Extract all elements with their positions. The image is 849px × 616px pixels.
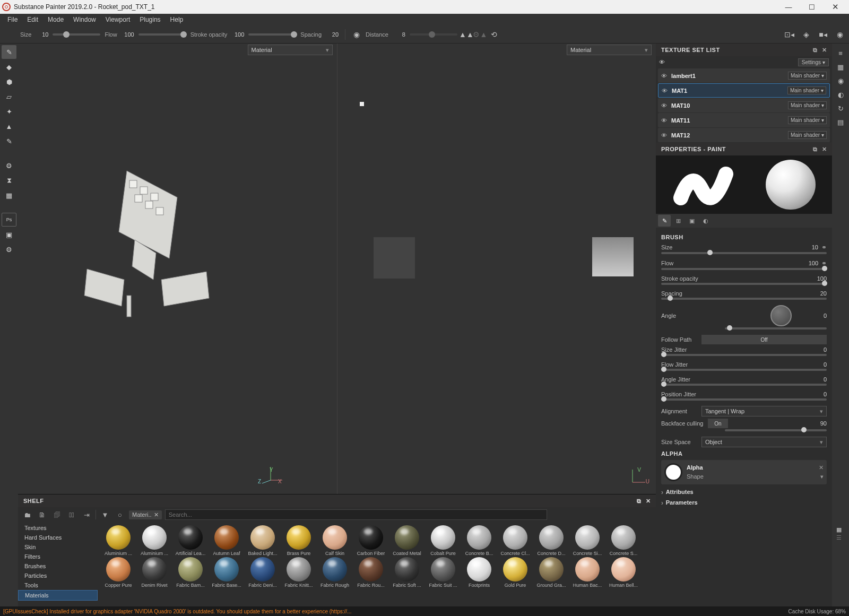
shelf-popout-icon[interactable]: ⧉ — [637, 498, 642, 505]
material-item[interactable]: Human Bell... — [606, 557, 641, 588]
shelf-category[interactable]: Hard Surfaces — [18, 533, 98, 542]
p-flow-value[interactable]: 100 — [796, 260, 818, 266]
material-item[interactable]: Fabric Suit ... — [426, 557, 461, 588]
tb-flow-slider[interactable] — [138, 33, 186, 36]
cube-icon[interactable]: ◈ — [801, 30, 811, 39]
material-item[interactable]: Carbon Fiber — [353, 525, 388, 556]
texture-set-shader-dropdown[interactable]: Main shader▾ — [788, 131, 827, 139]
shelf-hide-icon[interactable]: 👁̸ — [66, 509, 77, 520]
alpha-thumbnail[interactable] — [664, 463, 682, 481]
material-item[interactable]: Denim Rivet — [137, 557, 172, 588]
material-item[interactable]: Fabric Knitt... — [281, 557, 316, 588]
texture-set-row[interactable]: 👁lambert1Main shader▾ — [658, 68, 830, 83]
texture-set-shader-dropdown[interactable]: Main shader▾ — [788, 72, 827, 80]
texture-set-shader-dropdown[interactable]: Main shader▾ — [787, 86, 826, 94]
shelf-category[interactable]: Particles — [18, 571, 98, 580]
menu-window[interactable]: Window — [69, 15, 100, 24]
material-item[interactable]: Gold Pure — [498, 557, 533, 588]
maximize-button[interactable]: ☐ — [800, 0, 824, 14]
ts-close-icon[interactable]: ✕ — [822, 47, 827, 54]
tab-alpha-icon[interactable]: ⊞ — [672, 215, 685, 227]
p-backface-toggle[interactable]: On — [708, 419, 728, 428]
eye-icon[interactable]: 👁 — [661, 117, 667, 124]
ft-history-icon[interactable]: ↻ — [834, 102, 847, 115]
ps-icon[interactable]: Ps — [2, 213, 16, 227]
picker-tool-icon[interactable]: ✎ — [2, 134, 16, 148]
material-item[interactable]: Concrete S... — [606, 525, 641, 556]
material-item[interactable]: Cobalt Pure — [426, 525, 461, 556]
material-item[interactable]: Human Bac... — [570, 557, 605, 588]
texture-set-row[interactable]: 👁MAT1Main shader▾ — [658, 83, 830, 98]
ft-log-icon[interactable]: ▤ — [834, 116, 847, 128]
shelf-copy-icon[interactable]: 🗐 — [51, 509, 63, 520]
p-size-slider[interactable] — [661, 252, 827, 254]
p-angle-slider[interactable] — [725, 327, 827, 329]
shelf-category[interactable]: Skin — [18, 542, 98, 552]
shelf-category[interactable]: Textures — [18, 523, 98, 533]
material-item[interactable]: Fabric Soft ... — [389, 557, 424, 588]
material-item[interactable]: Copper Pure — [101, 557, 136, 588]
menu-file[interactable]: File — [3, 15, 22, 24]
shelf-new-icon[interactable]: 🗎 — [36, 509, 48, 520]
eye-icon[interactable]: 👁 — [661, 132, 667, 138]
p-flow-slider[interactable] — [661, 268, 827, 270]
texture-set-row[interactable]: 👁MAT11Main shader▾ — [658, 113, 830, 127]
tb-stroke-value[interactable]: 100 — [229, 31, 244, 38]
texture-set-shader-dropdown[interactable]: Main shader▾ — [788, 116, 827, 124]
shelf-category[interactable]: Filters — [18, 552, 98, 561]
menu-plugins[interactable]: Plugins — [135, 15, 164, 24]
material-item[interactable]: Fabric Deni... — [245, 557, 280, 588]
props-popout-icon[interactable]: ⧉ — [813, 146, 818, 153]
shelf-circle-icon[interactable]: ○ — [114, 509, 126, 520]
material-item[interactable]: Fabric Bam... — [173, 557, 208, 588]
material-item[interactable]: Footprints — [462, 557, 497, 588]
alpha-remove-icon[interactable]: ✕ — [819, 464, 824, 471]
tab-stencil-icon[interactable]: ▣ — [686, 215, 698, 227]
p-anglejitter-value[interactable]: 0 — [804, 376, 827, 383]
eye-icon[interactable]: 👁 — [661, 73, 667, 79]
p-backface-value[interactable]: 90 — [804, 420, 827, 427]
p-sizejitter-slider[interactable] — [661, 354, 827, 356]
p-followpath-toggle[interactable]: Off — [701, 335, 827, 344]
p-spacing-value[interactable]: 20 — [804, 290, 827, 297]
tb-size-slider[interactable] — [53, 33, 100, 36]
shelf-import-icon[interactable]: ⇥ — [81, 509, 92, 520]
material-item[interactable]: Autumn Leaf — [209, 525, 244, 556]
camera-icon[interactable]: ■◂ — [818, 30, 828, 39]
material-item[interactable]: Concrete D... — [534, 525, 569, 556]
viewport-2d-channel-dropdown[interactable]: Material — [567, 45, 652, 55]
material-item[interactable]: Concrete Cl... — [498, 525, 533, 556]
tb-stroke-slider[interactable] — [248, 33, 296, 36]
perspective-icon[interactable]: ⊡◂ — [784, 30, 794, 39]
alpha-expand-icon[interactable]: ▾ — [820, 473, 824, 480]
p-flowjitter-value[interactable]: 0 — [804, 361, 827, 368]
material-item[interactable]: Fabric Rough — [317, 557, 352, 588]
lazy-mouse-icon[interactable]: ◉ — [352, 30, 361, 39]
tab-brush-icon[interactable]: ✎ — [658, 215, 671, 227]
p-anglejitter-slider[interactable] — [661, 384, 827, 386]
p-flowjitter-slider[interactable] — [661, 369, 827, 371]
refresh-icon[interactable]: ⟲ — [489, 30, 499, 39]
hourglass-icon[interactable]: ⧗ — [2, 173, 16, 187]
material-item[interactable]: Calf Skin — [317, 525, 352, 556]
tb-flow-value[interactable]: 100 — [119, 31, 134, 38]
ft-shader-icon[interactable]: ◉ — [834, 74, 847, 87]
props-close-icon[interactable]: ✕ — [822, 146, 827, 153]
texture-set-row[interactable]: 👁MAT10Main shader▾ — [658, 98, 830, 112]
smudge-tool-icon[interactable]: ✦ — [2, 105, 16, 118]
material-item[interactable]: Artificial Lea... — [173, 525, 208, 556]
shelf-folder-icon[interactable]: 🖿 — [21, 509, 33, 520]
material-item[interactable]: Concrete B... — [462, 525, 497, 556]
ts-visibility-all-icon[interactable]: 👁 — [659, 59, 665, 65]
material-item[interactable]: Brass Pure — [281, 525, 316, 556]
p-size-value[interactable]: 10 — [796, 244, 818, 250]
texture-set-shader-dropdown[interactable]: Main shader▾ — [788, 101, 827, 109]
shelf-category[interactable]: Materials — [18, 590, 98, 601]
material-item[interactable]: Aluminium ... — [101, 525, 136, 556]
menu-mode[interactable]: Mode — [44, 15, 68, 24]
material-item[interactable]: Coated Metal — [389, 525, 424, 556]
ts-popout-icon[interactable]: ⧉ — [813, 47, 818, 54]
parameters-collapse[interactable]: Parameters — [661, 497, 827, 508]
material-item[interactable]: Fabric Rou... — [353, 557, 388, 588]
tb-spacing-value[interactable]: 20 — [324, 31, 339, 38]
